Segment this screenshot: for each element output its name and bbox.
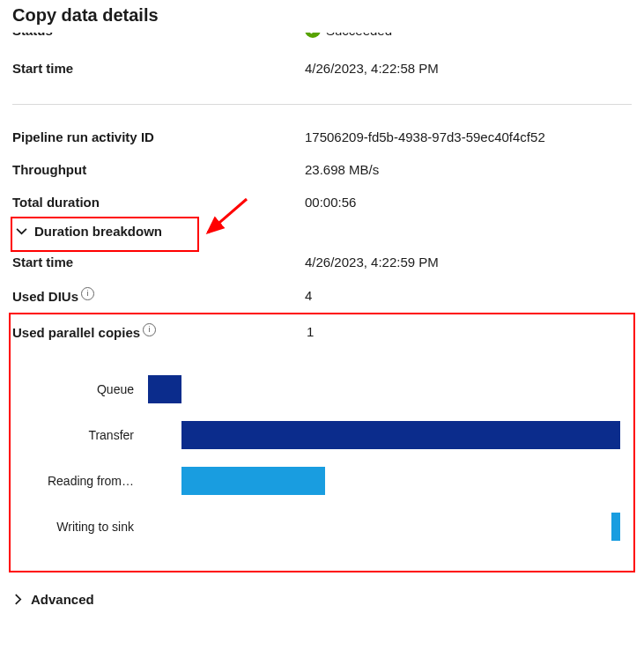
annotation-box-chart: Used parallel copiesi 1 QueueTransferRea… xyxy=(9,313,635,572)
breakdown-start-time-row: Start time 4/26/2023, 4:22:59 PM xyxy=(12,246,632,278)
duration-breakdown-toggle[interactable]: Duration breakdown xyxy=(12,222,166,240)
page-title: Copy data details xyxy=(12,5,632,26)
status-label: Status xyxy=(12,33,305,38)
used-dius-label: Used DIUsi xyxy=(12,287,305,304)
throughput-value: 23.698 MB/s xyxy=(305,162,379,177)
pipeline-id-value: 17506209-fd5b-4938-97d3-59ec40f4cf52 xyxy=(305,129,545,144)
chart-bar-track xyxy=(148,513,633,541)
total-duration-label: Total duration xyxy=(12,195,305,210)
chevron-right-icon xyxy=(12,594,24,605)
status-value: Succeeded xyxy=(326,33,392,38)
advanced-label: Advanced xyxy=(31,592,94,607)
section-divider xyxy=(12,104,632,105)
used-parallel-value: 1 xyxy=(307,324,314,339)
chart-bar-label: Queue xyxy=(18,382,148,396)
chart-bar-label: Writing to sink xyxy=(18,520,148,534)
start-time-value: 4/26/2023, 4:22:58 PM xyxy=(305,61,439,76)
start-time-row: Start time 4/26/2023, 4:22:58 PM xyxy=(12,52,632,85)
chart-bar-track xyxy=(148,421,633,449)
used-parallel-label: Used parallel copiesi xyxy=(12,323,307,340)
throughput-label: Throughput xyxy=(12,162,305,177)
duration-breakdown-label: Duration breakdown xyxy=(34,224,162,239)
chart-bar xyxy=(148,375,181,403)
chart-bar xyxy=(611,513,620,541)
throughput-row: Throughput 23.698 MB/s xyxy=(12,153,632,186)
pipeline-id-row: Pipeline run activity ID 17506209-fd5b-4… xyxy=(12,121,632,153)
duration-chart: QueueTransferReading from…Writing to sin… xyxy=(11,349,633,571)
chart-bar-row: Writing to sink xyxy=(18,513,633,541)
chart-bar-track xyxy=(148,375,633,403)
chart-bar xyxy=(181,421,620,449)
total-duration-row: Total duration 00:00:56 xyxy=(12,186,632,218)
total-duration-value: 00:00:56 xyxy=(305,195,356,210)
chart-bar-label: Reading from… xyxy=(18,474,148,488)
used-dius-value: 4 xyxy=(305,288,312,303)
chart-bar-row: Queue xyxy=(18,375,633,403)
status-row: Status Succeeded xyxy=(12,33,632,52)
info-icon[interactable]: i xyxy=(143,323,156,336)
advanced-toggle[interactable]: Advanced xyxy=(12,592,94,607)
pipeline-id-label: Pipeline run activity ID xyxy=(12,129,305,144)
used-parallel-row: Used parallel copiesi 1 xyxy=(11,314,633,349)
success-icon xyxy=(305,33,321,38)
chevron-down-icon xyxy=(16,225,27,237)
chart-bar xyxy=(181,467,325,495)
chart-bar-row: Transfer xyxy=(18,421,633,449)
chart-bar-row: Reading from… xyxy=(18,467,633,495)
breakdown-start-time-value: 4/26/2023, 4:22:59 PM xyxy=(305,255,439,270)
start-time-label: Start time xyxy=(12,61,305,76)
chart-bar-label: Transfer xyxy=(18,428,148,442)
used-dius-row: Used DIUsi 4 xyxy=(12,278,632,313)
info-icon[interactable]: i xyxy=(81,287,94,300)
breakdown-start-time-label: Start time xyxy=(12,255,305,270)
chart-bar-track xyxy=(148,467,633,495)
